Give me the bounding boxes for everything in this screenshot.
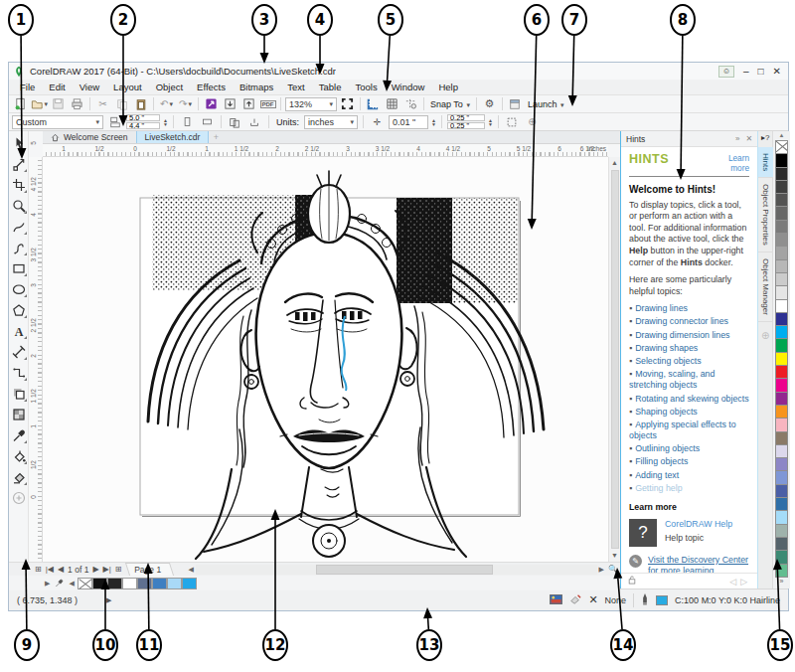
sign-in-account-icon[interactable]: ☺ <box>718 66 734 78</box>
docker-close-icon[interactable]: ✕ <box>745 134 752 143</box>
docpalette-color-swatch[interactable] <box>182 578 197 589</box>
navigator-button[interactable]: 🔍 <box>606 565 620 574</box>
palette-color-swatch[interactable] <box>775 338 788 352</box>
all-pages-button[interactable] <box>227 114 243 129</box>
show-grid-button[interactable] <box>384 96 400 111</box>
menu-view[interactable]: View <box>73 82 106 92</box>
add-docker-button[interactable]: ⊕ <box>761 322 769 341</box>
nudge-stepper[interactable]: ▲▼ <box>431 118 436 126</box>
export-button[interactable] <box>240 96 257 111</box>
palette-color-swatch[interactable] <box>775 470 788 484</box>
connector-tool[interactable] <box>10 362 28 383</box>
palette-color-swatch[interactable] <box>775 312 788 326</box>
page-tab[interactable]: Page 1 <box>125 563 174 576</box>
menu-effects[interactable]: Effects <box>190 82 233 92</box>
cut-button[interactable]: ✂ <box>94 96 111 111</box>
docpalette-color-swatch[interactable] <box>152 578 167 589</box>
docker-tab-object-properties[interactable]: Object Properties <box>758 178 773 252</box>
hint-topic-link[interactable]: ▪Drawing shapes <box>629 343 749 355</box>
add-page-start-button[interactable]: ⊞ <box>33 565 44 574</box>
hint-topic-link[interactable]: ▪Adding text <box>629 470 749 482</box>
launch-dropdown[interactable]: Launch ▾ <box>526 99 566 109</box>
options-gear-icon[interactable]: ⚙ <box>481 96 498 111</box>
crop-tool[interactable] <box>10 174 28 195</box>
scroll-left-icon[interactable]: ◀ <box>186 566 195 574</box>
palette-color-swatch[interactable] <box>775 233 788 247</box>
menu-window[interactable]: Window <box>385 82 432 92</box>
show-rulers-button[interactable] <box>365 96 382 111</box>
docpalette-color-swatch[interactable] <box>92 578 107 589</box>
palette-color-swatch[interactable] <box>775 564 788 578</box>
docpalette-color-swatch[interactable] <box>107 578 122 589</box>
menu-tools[interactable]: Tools <box>348 82 384 92</box>
rectangle-tool[interactable] <box>10 257 28 278</box>
portrait-button[interactable] <box>179 114 196 129</box>
palette-color-swatch[interactable] <box>775 167 788 181</box>
add-page-end-button[interactable]: ⊞ <box>113 565 124 574</box>
palette-color-swatch[interactable] <box>775 392 788 406</box>
coreldraw-help-link[interactable]: CorelDRAW Help <box>665 519 732 531</box>
livesketch-tool[interactable] <box>10 237 28 257</box>
copy-button[interactable] <box>113 96 130 111</box>
palette-color-swatch[interactable] <box>775 206 788 220</box>
docpalette-flyout-icon[interactable]: ▶ <box>43 580 52 588</box>
undo-button[interactable]: ↶▾ <box>158 96 175 111</box>
dock-lock-icon[interactable] <box>627 575 637 588</box>
docker-tab-object-manager[interactable]: Object Manager <box>758 252 773 322</box>
hint-topic-link[interactable]: ▪Filling objects <box>629 456 749 468</box>
scroll-down-icon[interactable]: ▼ <box>611 550 618 562</box>
landscape-button[interactable] <box>199 114 216 129</box>
horizontal-scroll-thumb[interactable] <box>316 565 493 575</box>
page-size-stepper[interactable]: ▲▼ <box>163 118 168 126</box>
menu-layout[interactable]: Layout <box>106 82 149 92</box>
hint-topic-link[interactable]: ▪Getting help <box>629 483 749 495</box>
discovery-center-link[interactable]: Visit the Discovery Center for more lear… <box>648 555 749 573</box>
zoom-tool[interactable] <box>10 195 28 216</box>
scroll-up-icon[interactable]: ▲ <box>611 157 618 169</box>
show-guidelines-button[interactable] <box>402 96 419 111</box>
text-tool[interactable]: A <box>10 320 28 341</box>
menu-file[interactable]: File <box>13 82 42 92</box>
palette-color-swatch[interactable] <box>775 378 788 392</box>
parallel-dimension-tool[interactable] <box>10 341 28 362</box>
interactive-fill-tool[interactable] <box>10 445 28 466</box>
palette-color-swatch[interactable] <box>775 524 788 538</box>
maximize-button[interactable]: □ <box>758 67 764 77</box>
docker-tab-hints[interactable]: Hints <box>758 147 773 178</box>
hint-topic-link[interactable]: ▪Applying special effects to objects <box>629 420 749 442</box>
launcher-icon[interactable] <box>507 96 524 111</box>
redo-button[interactable]: ↷▾ <box>177 96 194 111</box>
drop-shadow-tool[interactable] <box>10 383 28 404</box>
horizontal-scrollbar[interactable]: ◀ ▶ <box>186 564 606 576</box>
duplicate-stepper[interactable]: ▲▼ <box>488 118 493 126</box>
treat-as-filled-button[interactable] <box>504 114 521 129</box>
search-content-button[interactable] <box>203 96 220 111</box>
units-combo[interactable]: inches▾ <box>304 115 358 129</box>
docpalette-no-color-swatch[interactable] <box>78 578 92 589</box>
palette-color-swatch[interactable] <box>775 220 788 234</box>
palette-color-swatch[interactable] <box>775 259 788 273</box>
snap-to-dropdown[interactable]: Snap To ▾ <box>428 99 472 109</box>
polygon-tool[interactable] <box>10 299 28 320</box>
help-question-icon[interactable]: ? <box>629 519 657 547</box>
transparency-tool[interactable] <box>10 404 28 424</box>
zoom-level-combo[interactable]: 132%▾ <box>285 97 337 111</box>
palette-color-swatch[interactable] <box>775 365 788 379</box>
palette-color-swatch[interactable] <box>775 246 788 259</box>
palette-color-swatch[interactable] <box>775 193 788 207</box>
hint-topic-link[interactable]: ▪Outlining objects <box>629 443 749 455</box>
next-page-button[interactable]: ▶ <box>90 565 100 574</box>
whats-this-pointer-icon[interactable]: ▸? <box>761 131 769 147</box>
palette-flyout-icon[interactable]: » <box>780 578 784 588</box>
learn-more-link-top[interactable]: Learn more <box>716 154 749 173</box>
preset-combo[interactable]: Custom▾ <box>12 115 103 129</box>
customize-plus-icon[interactable]: ⊕ <box>524 114 541 129</box>
nudge-field[interactable]: 0.01 " <box>389 115 428 129</box>
import-button[interactable] <box>222 96 238 111</box>
hint-topic-link[interactable]: ▪Selecting objects <box>629 356 749 368</box>
hint-topic-link[interactable]: ▪Drawing connector lines <box>629 316 749 328</box>
paste-button[interactable] <box>132 96 149 111</box>
palette-color-swatch[interactable] <box>775 352 788 366</box>
fullscreen-preview-button[interactable] <box>339 96 356 111</box>
docpalette-color-swatch[interactable] <box>167 578 182 589</box>
